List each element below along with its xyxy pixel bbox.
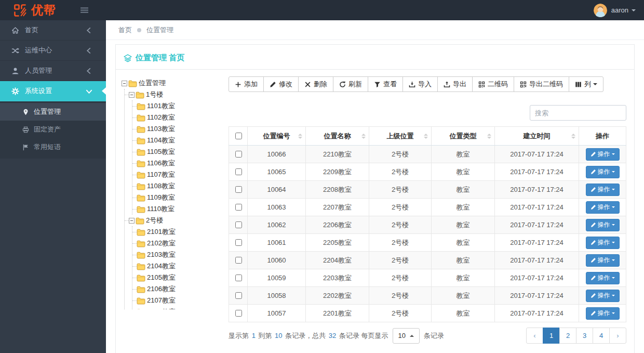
column-header[interactable]: 上级位置: [369, 127, 432, 146]
tree-node-room[interactable]: 1104教室: [132, 135, 223, 146]
row-action-button[interactable]: 操作: [586, 201, 620, 214]
edit-button[interactable]: 修改: [263, 76, 299, 92]
sort-icon[interactable]: [424, 132, 428, 141]
tree-node-room[interactable]: 1110教室: [132, 203, 223, 215]
breadcrumb-item[interactable]: 首页: [118, 25, 132, 35]
map-marker-icon: [22, 109, 29, 115]
row-action-button[interactable]: 操作: [586, 290, 620, 302]
row-checkbox[interactable]: [235, 257, 242, 264]
row-action-button[interactable]: 操作: [586, 166, 620, 178]
sidebar-item-personnel[interactable]: 人员管理: [0, 61, 106, 81]
row-action-button[interactable]: 操作: [586, 148, 620, 161]
tree-node-room[interactable]: 2103教室: [132, 249, 223, 260]
tree-node-room[interactable]: 1109教室: [132, 192, 223, 203]
refresh-button[interactable]: 刷新: [333, 76, 368, 92]
tree-collapse-toggle[interactable]: [122, 81, 127, 86]
select-all-checkbox[interactable]: [235, 133, 242, 139]
sidebar-subitem-location-mgmt[interactable]: 位置管理: [0, 103, 106, 121]
tree-node-room[interactable]: 2101教室: [132, 226, 223, 238]
row-action-button[interactable]: 操作: [586, 219, 620, 231]
tree-node-room[interactable]: 2107教室: [132, 295, 223, 306]
sidebar-item-system-settings[interactable]: 系统设置: [0, 81, 106, 101]
next-page-button[interactable]: ›: [609, 328, 626, 344]
row-checkbox[interactable]: [235, 168, 242, 175]
hamburger-menu-icon[interactable]: [80, 6, 89, 15]
tree-node-label: 1号楼: [146, 90, 163, 99]
tree-collapse-toggle[interactable]: [129, 218, 135, 224]
tree-node-label: 1107教室: [147, 170, 175, 179]
add-button[interactable]: 添加: [229, 76, 264, 92]
breadcrumb-item[interactable]: 位置管理: [146, 25, 173, 35]
info-number: 10: [274, 332, 283, 339]
tree-node-room[interactable]: 1105教室: [132, 146, 223, 158]
page-button-3[interactable]: 3: [576, 328, 593, 344]
delete-button[interactable]: 删除: [298, 76, 333, 92]
page-button-2[interactable]: 2: [559, 328, 576, 344]
row-checkbox[interactable]: [235, 151, 242, 158]
sidebar-subitem-common-phrases[interactable]: 常用短语: [0, 138, 106, 156]
prev-page-button[interactable]: ‹: [526, 328, 543, 344]
column-header[interactable]: 建立时间: [495, 127, 579, 146]
row-checkbox[interactable]: [235, 274, 242, 281]
tree-node-room[interactable]: 1103教室: [132, 123, 223, 135]
columns-button[interactable]: 列: [569, 76, 603, 92]
sort-icon[interactable]: [361, 132, 366, 141]
user-menu[interactable]: aaron: [594, 4, 644, 17]
tree-node-room[interactable]: 1101教室: [132, 100, 223, 112]
row-checkbox[interactable]: [235, 292, 242, 299]
sort-icon[interactable]: [487, 132, 491, 141]
column-header[interactable]: 位置编号: [248, 127, 306, 146]
tree-node-building[interactable]: 2号楼: [125, 215, 223, 226]
folder-icon: [137, 228, 145, 236]
tree-node-room[interactable]: 2104教室: [132, 260, 223, 272]
tree-node-room[interactable]: 2102教室: [132, 238, 223, 249]
tree-node-room[interactable]: 1108教室: [132, 180, 223, 192]
tree-node-room[interactable]: 2105教室: [132, 272, 223, 283]
cell-parent-location: 2号楼: [369, 163, 432, 181]
tree-node-room[interactable]: 1107教室: [132, 169, 223, 180]
row-action-button[interactable]: 操作: [586, 254, 620, 267]
row-action-button[interactable]: 操作: [586, 184, 620, 196]
sort-icon[interactable]: [298, 132, 302, 141]
cell-location-name: 2210教室: [306, 146, 369, 163]
row-checkbox[interactable]: [235, 310, 242, 317]
caret-down-icon: [612, 171, 615, 173]
tree-node-room[interactable]: 2106教室: [132, 283, 223, 295]
caret-down-icon: [593, 83, 597, 85]
page-size-dropdown[interactable]: 10: [393, 328, 420, 344]
export-qrcode-button[interactable]: 导出二维码: [514, 76, 569, 92]
row-action-button[interactable]: 操作: [586, 237, 620, 249]
import-button[interactable]: 导入: [403, 76, 438, 92]
row-action-button[interactable]: 操作: [586, 307, 620, 320]
column-header[interactable]: 操作: [579, 127, 626, 146]
sort-icon[interactable]: [571, 132, 575, 141]
tree-node-root[interactable]: 位置管理: [122, 77, 223, 89]
tree-node-label: 2106教室: [147, 284, 176, 294]
tree-node-room[interactable]: 1106教室: [132, 158, 223, 169]
tree-collapse-toggle[interactable]: [129, 92, 135, 98]
column-header[interactable]: 位置类型: [432, 127, 495, 146]
column-header[interactable]: 位置名称: [306, 127, 369, 146]
search-input[interactable]: [530, 105, 626, 121]
tree-node-room[interactable]: 1102教室: [132, 112, 223, 123]
column-label: 操作: [596, 132, 609, 140]
row-action-button[interactable]: 操作: [586, 272, 620, 284]
row-checkbox[interactable]: [235, 204, 242, 211]
export-button[interactable]: 导出: [437, 76, 473, 92]
page-button-4[interactable]: 4: [593, 328, 610, 344]
view-button[interactable]: 查看: [368, 76, 403, 92]
table-header-row: 位置编号位置名称上级位置位置类型建立时间操作: [229, 127, 626, 146]
sidebar-item-home[interactable]: 首页: [0, 20, 106, 41]
folder-icon: [137, 171, 145, 179]
location-tree[interactable]: 位置管理1号楼1101教室1102教室1103教室1104教室1105教室110…: [120, 76, 223, 309]
sidebar-item-ops-center[interactable]: 运维中心: [0, 41, 106, 61]
row-checkbox[interactable]: [235, 186, 242, 193]
row-checkbox[interactable]: [235, 221, 242, 228]
row-checkbox[interactable]: [235, 239, 242, 246]
sidebar-subitem-fixed-assets[interactable]: 固定资产: [0, 121, 106, 138]
tree-node-label: 1103教室: [147, 124, 175, 134]
tree-node-room[interactable]: 2108教室: [132, 306, 223, 309]
qrcode-button[interactable]: 二维码: [472, 76, 514, 92]
tree-node-building[interactable]: 1号楼: [125, 89, 223, 100]
page-button-1[interactable]: 1: [543, 328, 560, 344]
